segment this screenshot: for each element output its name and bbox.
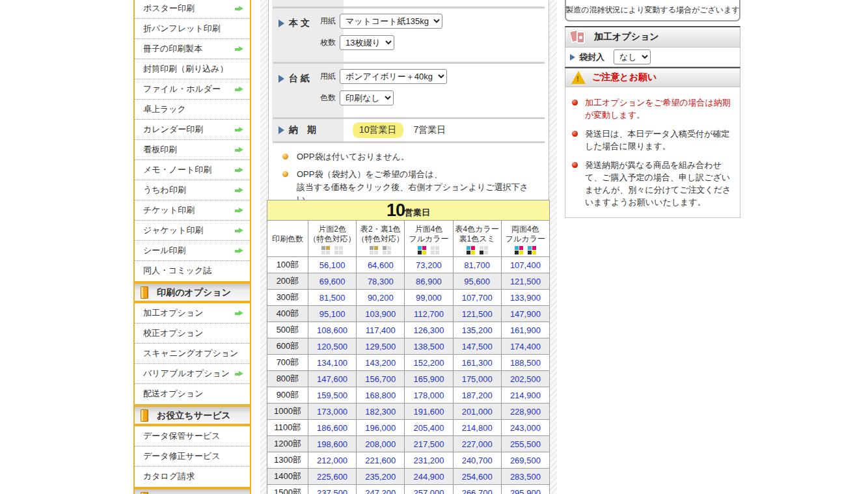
price-cell[interactable]: 107,400 [501, 257, 549, 273]
price-cell[interactable]: 121,500 [453, 306, 501, 322]
price-cell[interactable]: 69,600 [308, 273, 357, 290]
price-cell[interactable]: 126,300 [405, 322, 453, 338]
price-cell[interactable]: 244,900 [405, 469, 453, 485]
sidebar-item[interactable]: 同人・コミック誌 [135, 261, 250, 281]
price-cell[interactable]: 228,900 [501, 404, 549, 420]
price-cell[interactable]: 129,500 [357, 338, 405, 355]
sidebar-item[interactable]: 加工オプション [135, 303, 250, 323]
sidebar-item[interactable]: シール印刷 [135, 241, 250, 261]
price-cell[interactable]: 81,500 [308, 290, 357, 306]
price-cell[interactable]: 86,900 [405, 273, 453, 290]
sidebar-item[interactable]: チケット印刷 [135, 200, 250, 221]
price-cell[interactable]: 95,100 [308, 306, 357, 322]
price-cell[interactable]: 257,000 [405, 485, 453, 494]
sidebar-item[interactable]: 卓上ラック [135, 100, 250, 120]
price-cell[interactable]: 161,900 [501, 322, 549, 338]
bag-insert-select[interactable]: なし [614, 49, 651, 64]
price-cell[interactable]: 81,700 [453, 257, 501, 273]
price-cell[interactable]: 175,000 [453, 371, 501, 387]
sidebar-item[interactable]: 封筒印刷（刷り込み） [135, 59, 250, 79]
price-cell[interactable]: 188,500 [501, 355, 549, 371]
price-cell[interactable]: 121,500 [501, 273, 549, 290]
price-cell[interactable]: 191,600 [405, 404, 453, 420]
price-cell[interactable]: 103,900 [357, 306, 405, 322]
price-cell[interactable]: 205,400 [405, 420, 453, 436]
field-select[interactable]: マットコート紙135kg [340, 14, 442, 29]
sidebar-item[interactable]: カレンダー印刷 [135, 120, 250, 140]
price-cell[interactable]: 202,500 [501, 371, 549, 387]
sidebar-item[interactable]: 冊子の印刷製本 [135, 39, 250, 59]
price-cell[interactable]: 237,500 [308, 485, 357, 494]
price-cell[interactable]: 227,000 [453, 436, 501, 452]
price-cell[interactable]: 214,800 [453, 420, 501, 436]
price-cell[interactable]: 174,400 [501, 338, 549, 355]
price-cell[interactable]: 266,700 [453, 485, 501, 494]
price-cell[interactable]: 133,900 [501, 290, 549, 306]
price-cell[interactable]: 135,200 [453, 322, 501, 338]
sidebar-item[interactable]: うちわ印刷 [135, 180, 250, 200]
price-cell[interactable]: 283,500 [501, 469, 549, 485]
price-cell[interactable]: 231,200 [405, 452, 453, 469]
sidebar-item[interactable]: 校正オプション [135, 323, 250, 344]
sidebar-item[interactable]: スキャニングオプション [135, 344, 250, 364]
sidebar-item[interactable]: データ保管サービス [135, 426, 250, 446]
price-cell[interactable]: 201,000 [453, 404, 501, 420]
price-cell[interactable]: 168,800 [357, 387, 405, 404]
price-cell[interactable]: 147,600 [308, 371, 357, 387]
sidebar-item[interactable]: ファイル・ホルダー [135, 79, 250, 100]
price-cell[interactable]: 117,400 [357, 322, 405, 338]
price-cell[interactable]: 120,500 [308, 338, 357, 355]
price-cell[interactable]: 173,000 [308, 404, 357, 420]
delivery-option-other[interactable]: 7営業日 [414, 124, 446, 136]
price-cell[interactable]: 56,100 [308, 257, 357, 273]
price-cell[interactable]: 99,000 [405, 290, 453, 306]
price-cell[interactable]: 64,600 [357, 257, 405, 273]
price-cell[interactable]: 198,600 [308, 436, 357, 452]
sidebar-item[interactable]: 折パンフレット印刷 [135, 19, 250, 39]
price-cell[interactable]: 112,700 [405, 306, 453, 322]
price-cell[interactable]: 178,000 [405, 387, 453, 404]
delivery-option-selected[interactable]: 10営業日 [353, 122, 403, 138]
price-cell[interactable]: 225,600 [308, 469, 357, 485]
price-cell[interactable]: 221,600 [357, 452, 405, 469]
price-cell[interactable]: 217,500 [405, 436, 453, 452]
sidebar-item[interactable]: メモ・ノート印刷 [135, 160, 250, 180]
price-cell[interactable]: 159,500 [308, 387, 357, 404]
price-cell[interactable]: 138,500 [405, 338, 453, 355]
sidebar-item[interactable]: ポスター印刷 [135, 0, 250, 19]
price-cell[interactable]: 243,000 [501, 420, 549, 436]
price-cell[interactable]: 269,500 [501, 452, 549, 469]
sidebar-item[interactable]: ジャケット印刷 [135, 221, 250, 241]
sidebar-item[interactable]: バリアブルオプション [135, 364, 250, 384]
sidebar-item[interactable]: 配送オプション [135, 384, 250, 404]
price-cell[interactable]: 147,500 [453, 338, 501, 355]
price-cell[interactable]: 208,000 [357, 436, 405, 452]
price-cell[interactable]: 295,900 [501, 485, 549, 494]
price-cell[interactable]: 152,200 [405, 355, 453, 371]
price-cell[interactable]: 214,900 [501, 387, 549, 404]
price-cell[interactable]: 143,200 [357, 355, 405, 371]
price-cell[interactable]: 235,200 [357, 469, 405, 485]
field-select[interactable]: 13枚綴り [340, 35, 394, 50]
price-cell[interactable]: 161,300 [453, 355, 501, 371]
price-cell[interactable]: 147,900 [501, 306, 549, 322]
field-select[interactable]: 印刷なし [340, 90, 394, 105]
price-cell[interactable]: 196,000 [357, 420, 405, 436]
price-cell[interactable]: 134,100 [308, 355, 357, 371]
price-cell[interactable]: 186,600 [308, 420, 357, 436]
price-cell[interactable]: 95,600 [453, 273, 501, 290]
sidebar-item[interactable]: データ修正サービス [135, 446, 250, 467]
price-cell[interactable]: 182,300 [357, 404, 405, 420]
price-cell[interactable]: 73,200 [405, 257, 453, 273]
price-cell[interactable]: 240,700 [453, 452, 501, 469]
price-cell[interactable]: 108,600 [308, 322, 357, 338]
price-cell[interactable]: 156,700 [357, 371, 405, 387]
price-cell[interactable]: 254,600 [453, 469, 501, 485]
price-cell[interactable]: 90,200 [357, 290, 405, 306]
sidebar-item[interactable]: カタログ請求 [135, 467, 250, 487]
price-cell[interactable]: 247,200 [357, 485, 405, 494]
price-cell[interactable]: 78,300 [357, 273, 405, 290]
sidebar-item[interactable]: 看板印刷 [135, 140, 250, 160]
price-cell[interactable]: 107,700 [453, 290, 501, 306]
price-cell[interactable]: 187,200 [453, 387, 501, 404]
